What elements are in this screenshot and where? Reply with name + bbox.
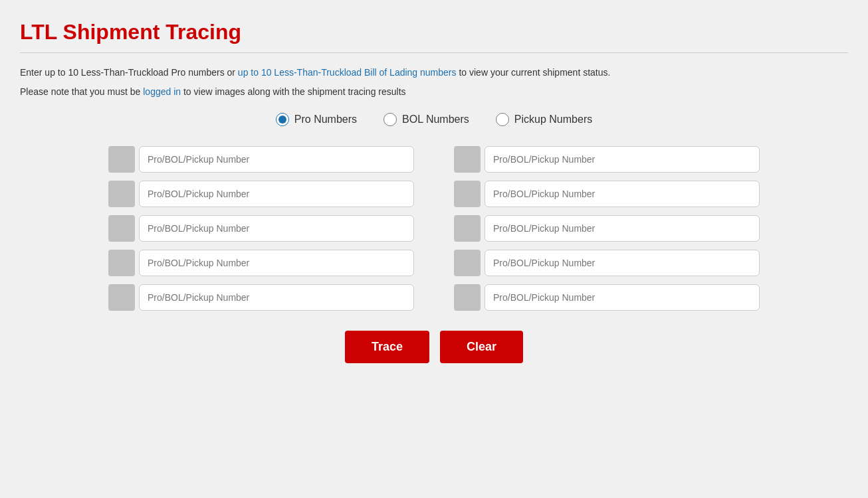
input-row-3 (108, 215, 414, 242)
description-text-1: Enter up to 10 Less-Than-Truckload Pro n… (20, 67, 238, 78)
button-row: Trace Clear (20, 331, 848, 363)
input-field-3[interactable] (139, 215, 414, 242)
logged-in-note: Please note that you must be logged in t… (20, 86, 848, 97)
radio-bol[interactable] (383, 113, 397, 126)
input-field-5[interactable] (139, 284, 414, 311)
input-row-2 (108, 181, 414, 207)
radio-pro-text: Pro Numbers (294, 114, 357, 125)
input-row-1 (108, 146, 414, 173)
input-field-6[interactable] (485, 146, 760, 173)
input-prefix-10 (454, 284, 481, 311)
radio-pickup-label[interactable]: Pickup Numbers (496, 113, 592, 126)
input-prefix-7 (454, 181, 481, 207)
input-field-4[interactable] (139, 250, 414, 276)
trace-button[interactable]: Trace (345, 331, 429, 363)
input-prefix-6 (454, 146, 481, 173)
input-prefix-1 (108, 146, 135, 173)
description: Enter up to 10 Less-Than-Truckload Pro n… (20, 65, 848, 80)
page-title: LTL Shipment Tracing (20, 20, 848, 44)
clear-button[interactable]: Clear (440, 331, 523, 363)
input-field-1[interactable] (139, 146, 414, 173)
description-text-2: to view your current shipment status. (457, 67, 611, 78)
inputs-grid (68, 146, 800, 311)
radio-bol-text: BOL Numbers (402, 114, 469, 125)
input-prefix-9 (454, 250, 481, 276)
input-row-7 (454, 181, 760, 207)
note-text-2: to view images along with the shipment t… (181, 86, 406, 97)
input-row-8 (454, 215, 760, 242)
radio-pro[interactable] (276, 113, 289, 126)
input-prefix-4 (108, 250, 135, 276)
input-field-10[interactable] (485, 284, 760, 311)
input-prefix-5 (108, 284, 135, 311)
input-row-4 (108, 250, 414, 276)
input-field-7[interactable] (485, 181, 760, 207)
input-row-10 (454, 284, 760, 311)
radio-pro-label[interactable]: Pro Numbers (276, 113, 357, 126)
login-link[interactable]: logged in (143, 86, 181, 97)
radio-bol-label[interactable]: BOL Numbers (383, 113, 469, 126)
radio-pickup[interactable] (496, 113, 509, 126)
input-field-9[interactable] (485, 250, 760, 276)
note-text-1: Please note that you must be (20, 86, 143, 97)
input-row-6 (454, 146, 760, 173)
input-prefix-8 (454, 215, 481, 242)
input-row-5 (108, 284, 414, 311)
divider (20, 52, 848, 53)
input-field-2[interactable] (139, 181, 414, 207)
input-prefix-2 (108, 181, 135, 207)
input-prefix-3 (108, 215, 135, 242)
input-field-8[interactable] (485, 215, 760, 242)
radio-group: Pro Numbers BOL Numbers Pickup Numbers (20, 113, 848, 126)
radio-pickup-text: Pickup Numbers (514, 114, 592, 125)
input-row-9 (454, 250, 760, 276)
bol-link[interactable]: up to 10 Less-Than-Truckload Bill of Lad… (238, 67, 457, 78)
